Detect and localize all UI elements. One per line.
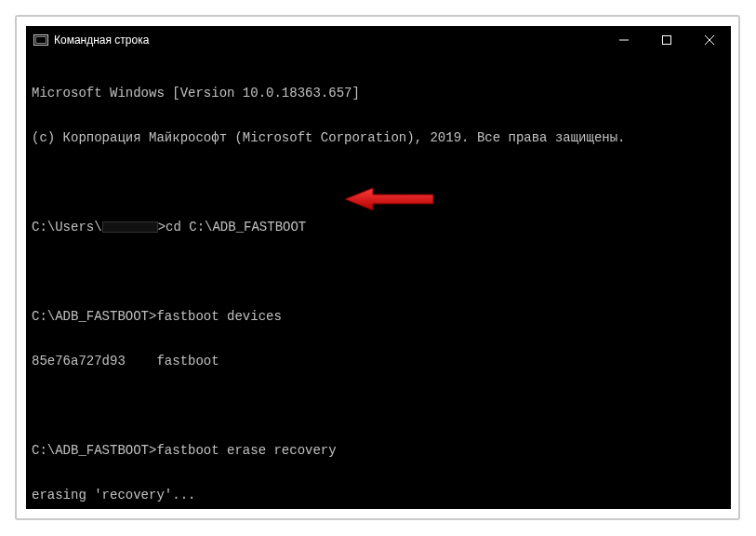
terminal-line — [32, 175, 725, 190]
terminal-line: (c) Корпорация Майкрософт (Microsoft Cor… — [32, 130, 725, 145]
terminal-line: C:\Users\>cd C:\ADB_FASTBOOT — [32, 220, 725, 234]
terminal-line: C:\ADB_FASTBOOT>fastboot erase recovery — [32, 443, 725, 458]
cmd-icon — [33, 34, 48, 46]
terminal-output[interactable]: Microsoft Windows [Version 10.0.18363.65… — [26, 54, 731, 509]
titlebar: Командная строка — [26, 26, 731, 54]
terminal-line: Microsoft Windows [Version 10.0.18363.65… — [32, 86, 725, 100]
terminal-line — [32, 398, 725, 413]
svg-rect-1 — [663, 36, 671, 45]
outer-frame: Командная строка Microsoft Windows [Vers… — [15, 15, 740, 520]
terminal-line: 85e76a727d93 fastboot — [32, 354, 725, 368]
close-button[interactable] — [688, 26, 731, 54]
minimize-button[interactable] — [603, 26, 645, 54]
maximize-button[interactable] — [645, 26, 688, 54]
window-title: Командная строка — [54, 34, 149, 47]
terminal-line — [32, 264, 725, 279]
terminal-line: C:\ADB_FASTBOOT>fastboot devices — [32, 309, 725, 324]
cmd-window: Командная строка Microsoft Windows [Vers… — [26, 26, 731, 509]
terminal-line: erasing 'recovery'... — [32, 488, 725, 502]
redacted-username — [102, 221, 158, 233]
